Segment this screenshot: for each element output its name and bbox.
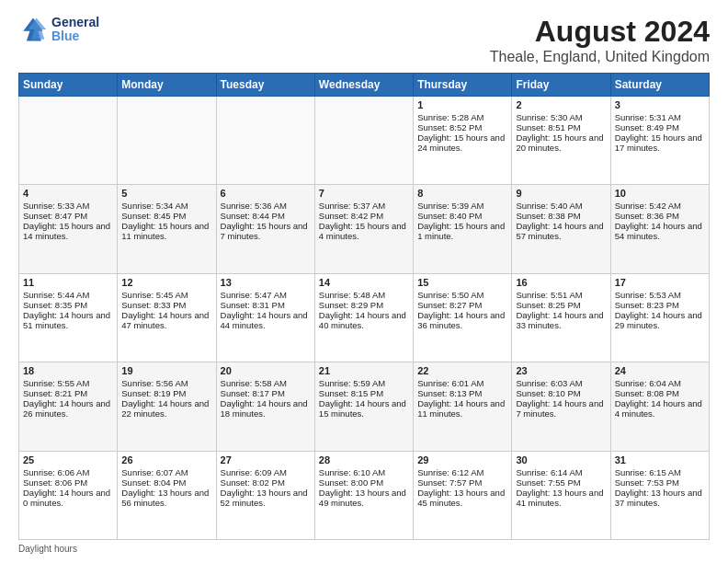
calendar-cell: 3Sunrise: 5:31 AMSunset: 8:49 PMDaylight… (610, 97, 709, 185)
day-number: 29 (417, 454, 507, 465)
sunset-text: Sunset: 8:29 PM (319, 300, 409, 310)
col-sunday: Sunday (19, 74, 118, 97)
calendar-cell: 19Sunrise: 5:56 AMSunset: 8:19 PMDayligh… (118, 362, 216, 451)
daylight-text: Daylight: 14 hours and 11 minutes. (417, 398, 507, 419)
sunset-text: Sunset: 8:47 PM (23, 211, 113, 221)
calendar-cell: 5Sunrise: 5:34 AMSunset: 8:45 PMDaylight… (118, 185, 216, 273)
daylight-text: Daylight: 13 hours and 41 minutes. (516, 488, 606, 508)
sunset-text: Sunset: 8:15 PM (319, 388, 409, 398)
sunset-text: Sunset: 8:25 PM (516, 300, 606, 310)
calendar-week-row: 25Sunrise: 6:06 AMSunset: 8:06 PMDayligh… (19, 451, 710, 539)
sunrise-text: Sunrise: 5:47 AM (221, 290, 311, 300)
calendar-week-row: 11Sunrise: 5:44 AMSunset: 8:35 PMDayligh… (19, 273, 710, 362)
sunrise-text: Sunrise: 6:12 AM (417, 467, 507, 477)
sunrise-text: Sunrise: 5:37 AM (319, 201, 409, 211)
sunset-text: Sunset: 8:31 PM (221, 300, 311, 310)
calendar-cell: 1Sunrise: 5:28 AMSunset: 8:52 PMDaylight… (414, 97, 512, 185)
logo-line1: General (51, 16, 99, 29)
daylight-text: Daylight: 14 hours and 7 minutes. (516, 398, 606, 419)
sunset-text: Sunset: 8:52 PM (417, 122, 507, 132)
calendar-cell: 20Sunrise: 5:58 AMSunset: 8:17 PMDayligh… (216, 362, 314, 451)
day-number: 10 (615, 188, 705, 199)
day-number: 17 (615, 277, 705, 288)
sunrise-text: Sunrise: 5:44 AM (23, 290, 113, 300)
sunset-text: Sunset: 8:00 PM (319, 477, 409, 488)
day-number: 14 (319, 277, 409, 288)
day-number: 8 (417, 188, 507, 199)
calendar-cell: 14Sunrise: 5:48 AMSunset: 8:29 PMDayligh… (314, 273, 413, 362)
page: General Blue August 2024 Theale, England… (0, 0, 728, 563)
daylight-text: Daylight: 15 hours and 14 minutes. (23, 221, 113, 241)
sunset-text: Sunset: 8:38 PM (516, 211, 606, 221)
sunrise-text: Sunrise: 5:55 AM (23, 378, 113, 388)
calendar-cell: 6Sunrise: 5:36 AMSunset: 8:44 PMDaylight… (216, 185, 314, 273)
daylight-text: Daylight: 15 hours and 1 minute. (417, 221, 507, 241)
day-number: 3 (615, 99, 705, 110)
sunset-text: Sunset: 8:35 PM (23, 300, 113, 310)
day-number: 23 (516, 365, 606, 376)
daylight-text: Daylight: 14 hours and 0 minutes. (23, 488, 113, 508)
day-number: 13 (221, 277, 311, 288)
sunset-text: Sunset: 8:02 PM (221, 477, 311, 488)
day-number: 21 (319, 365, 409, 376)
day-number: 7 (319, 188, 409, 199)
title-block: August 2024 Theale, England, United King… (490, 15, 710, 65)
calendar-cell: 7Sunrise: 5:37 AMSunset: 8:42 PMDaylight… (314, 185, 413, 273)
calendar-cell (216, 97, 314, 185)
sunset-text: Sunset: 7:57 PM (417, 477, 507, 488)
calendar-cell: 12Sunrise: 5:45 AMSunset: 8:33 PMDayligh… (118, 273, 216, 362)
calendar-table: Sunday Monday Tuesday Wednesday Thursday… (18, 73, 710, 540)
sunset-text: Sunset: 8:49 PM (615, 122, 705, 132)
sunrise-text: Sunrise: 6:14 AM (516, 467, 606, 477)
sunrise-text: Sunrise: 5:30 AM (516, 112, 606, 122)
daylight-text: Daylight: 13 hours and 45 minutes. (417, 488, 507, 508)
day-number: 25 (23, 454, 113, 465)
sunset-text: Sunset: 8:08 PM (615, 388, 705, 398)
calendar-cell: 10Sunrise: 5:42 AMSunset: 8:36 PMDayligh… (610, 185, 709, 273)
sunset-text: Sunset: 8:10 PM (516, 388, 606, 398)
daylight-text: Daylight: 13 hours and 37 minutes. (615, 488, 705, 508)
sunrise-text: Sunrise: 5:28 AM (417, 112, 507, 122)
sunrise-text: Sunrise: 5:50 AM (417, 290, 507, 300)
sunset-text: Sunset: 7:55 PM (516, 477, 606, 488)
day-number: 18 (23, 365, 113, 376)
daylight-text: Daylight: 15 hours and 7 minutes. (221, 221, 311, 241)
page-title: August 2024 (490, 15, 710, 49)
sunset-text: Sunset: 8:17 PM (221, 388, 311, 398)
day-number: 16 (516, 277, 606, 288)
sunrise-text: Sunrise: 5:39 AM (417, 201, 507, 211)
calendar-cell: 29Sunrise: 6:12 AMSunset: 7:57 PMDayligh… (414, 451, 512, 539)
calendar-header-row: Sunday Monday Tuesday Wednesday Thursday… (19, 74, 710, 97)
sunrise-text: Sunrise: 6:09 AM (221, 467, 311, 477)
sunset-text: Sunset: 8:44 PM (221, 211, 311, 221)
col-tuesday: Tuesday (216, 74, 314, 97)
sunrise-text: Sunrise: 5:53 AM (615, 290, 705, 300)
daylight-text: Daylight: 15 hours and 24 minutes. (417, 132, 507, 153)
sunrise-text: Sunrise: 5:59 AM (319, 378, 409, 388)
logo-line2: Blue (51, 29, 99, 43)
daylight-text: Daylight: 15 hours and 4 minutes. (319, 221, 409, 241)
sunrise-text: Sunrise: 6:04 AM (615, 378, 705, 388)
sunrise-text: Sunrise: 6:10 AM (319, 467, 409, 477)
sunset-text: Sunset: 8:51 PM (516, 122, 606, 132)
sunrise-text: Sunrise: 5:48 AM (319, 290, 409, 300)
logo: General Blue (18, 15, 99, 44)
col-saturday: Saturday (610, 74, 709, 97)
sunrise-text: Sunrise: 5:45 AM (121, 290, 211, 300)
calendar-cell: 16Sunrise: 5:51 AMSunset: 8:25 PMDayligh… (512, 273, 610, 362)
day-number: 30 (516, 454, 606, 465)
daylight-text: Daylight: 14 hours and 15 minutes. (319, 398, 409, 419)
calendar-cell: 28Sunrise: 6:10 AMSunset: 8:00 PMDayligh… (314, 451, 413, 539)
day-number: 20 (221, 365, 311, 376)
day-number: 19 (121, 365, 211, 376)
daylight-text: Daylight: 14 hours and 40 minutes. (319, 310, 409, 330)
sunrise-text: Sunrise: 5:36 AM (221, 201, 311, 211)
daylight-text: Daylight: 15 hours and 20 minutes. (516, 132, 606, 153)
sunrise-text: Sunrise: 5:31 AM (615, 112, 705, 122)
day-number: 4 (23, 188, 113, 199)
day-number: 28 (319, 454, 409, 465)
col-monday: Monday (118, 74, 216, 97)
day-number: 15 (417, 277, 507, 288)
daylight-text: Daylight: 14 hours and 26 minutes. (23, 398, 113, 419)
daylight-text: Daylight: 15 hours and 17 minutes. (615, 132, 705, 153)
